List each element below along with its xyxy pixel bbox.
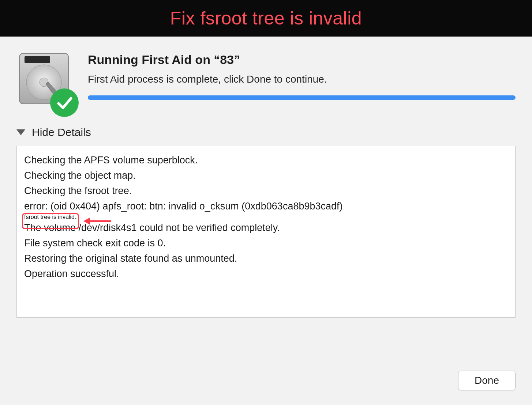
banner-title: Fix fsroot tree is invalid (170, 8, 362, 29)
checkmark-badge-icon (50, 88, 79, 117)
log-line: error: (oid 0x404) apfs_root: btn: inval… (24, 199, 508, 214)
log-line: Restoring the original state found as un… (24, 251, 508, 266)
dialog-header: Running First Aid on “83” First Aid proc… (16, 51, 516, 113)
log-line: Operation successful. (24, 266, 508, 282)
banner: Fix fsroot tree is invalid (0, 0, 532, 37)
log-line: The volume /dev/rdisk4s1 could not be ve… (24, 220, 508, 236)
dialog-footer: Done (458, 371, 516, 390)
hide-details-toggle[interactable]: Hide Details (16, 126, 516, 139)
done-button[interactable]: Done (458, 371, 516, 390)
log-line: File system check exit code is 0. (24, 236, 508, 251)
progress-bar (88, 95, 516, 100)
log-line: Checking the object map. (24, 168, 508, 183)
disk-icon (16, 51, 75, 113)
log-line: Checking the fsroot tree. (24, 183, 508, 199)
log-line: Checking the APFS volume superblock. (24, 153, 508, 168)
hide-details-label: Hide Details (32, 126, 91, 139)
first-aid-dialog: Running First Aid on “83” First Aid proc… (0, 37, 532, 405)
dialog-header-text: Running First Aid on “83” First Aid proc… (88, 51, 516, 100)
chevron-down-icon (16, 129, 25, 135)
log-output[interactable]: Checking the APFS volume superblock.Chec… (16, 146, 516, 318)
log-line-highlighted: fsroot tree is invalid. (24, 214, 76, 220)
dialog-title: Running First Aid on “83” (88, 53, 516, 67)
dialog-subtitle: First Aid process is complete, click Don… (88, 73, 516, 85)
svg-rect-1 (25, 56, 50, 63)
